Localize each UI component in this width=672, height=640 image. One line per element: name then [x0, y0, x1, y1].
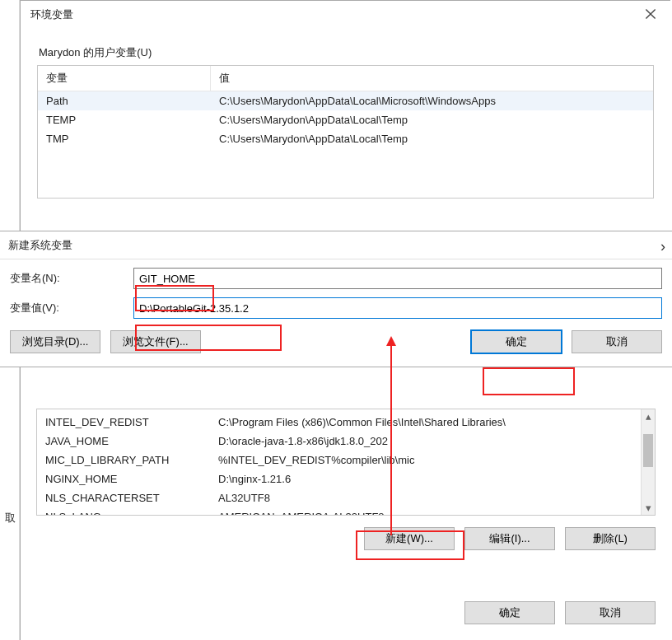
cell-var: NLS_CHARACTERSET	[45, 492, 218, 504]
cell-val: C:\Users\Marydon\AppData\Local\Temp	[219, 114, 645, 126]
col-variable[interactable]: 变量	[38, 66, 211, 91]
label-var-value: 变量值(V):	[10, 301, 133, 315]
env-titlebar: 环境变量	[21, 1, 670, 29]
cell-val: D:\oracle-java-1.8-x86\jdk1.8.0_202	[218, 435, 646, 447]
table-row[interactable]: TMPC:\Users\Marydon\AppData\Local\Temp	[38, 129, 653, 148]
cell-var: Path	[46, 95, 219, 107]
new-button[interactable]: 新建(W)...	[364, 527, 455, 550]
scroll-up-icon[interactable]: ▴	[642, 409, 655, 423]
dialog-footer: 确定 取消	[464, 601, 656, 624]
close-button[interactable]	[632, 1, 669, 27]
browse-file-button[interactable]: 浏览文件(F)...	[110, 330, 201, 353]
browse-dir-button[interactable]: 浏览目录(D)...	[10, 330, 100, 353]
table-row[interactable]: JAVA_HOMED:\oracle-java-1.8-x86\jdk1.8.0…	[37, 432, 655, 451]
edit-button[interactable]: 编辑(I)...	[464, 527, 555, 550]
col-value[interactable]: 值	[211, 66, 653, 91]
cell-val: C:\Program Files (x86)\Common Files\Inte…	[218, 416, 646, 428]
table-header: 变量 值	[38, 66, 653, 91]
table-row[interactable]: MIC_LD_LIBRARY_PATH%INTEL_DEV_REDIST%com…	[37, 451, 655, 469]
delete-button[interactable]: 删除(L)	[565, 527, 656, 550]
cell-val: AMERICAN_AMERICA.AL32UTF8	[218, 511, 646, 516]
new-sysvar-dialog: 新建系统变量 › 变量名(N): 变量值(V): 浏览目录(D)... 浏览文件…	[0, 231, 672, 367]
table-row[interactable]: PathC:\Users\Marydon\AppData\Local\Micro…	[38, 91, 653, 110]
cell-var: NGINX_HOME	[45, 473, 218, 485]
cell-val: C:\Users\Marydon\AppData\Local\Temp	[219, 133, 645, 145]
main-ok-button[interactable]: 确定	[464, 601, 555, 624]
table-row[interactable]: INTEL_DEV_REDISTC:\Program Files (x86)\C…	[37, 413, 655, 432]
cell-var: TMP	[46, 133, 219, 145]
cancel-button[interactable]: 取消	[572, 330, 662, 353]
table-row[interactable]: NLS_CHARACTERSETAL32UTF8	[37, 488, 655, 507]
dialog-titlebar: 新建系统变量 ›	[0, 231, 672, 259]
truncated-text: 取	[5, 511, 16, 526]
cell-val: AL32UTF8	[218, 492, 646, 504]
cell-var: TEMP	[46, 114, 219, 126]
cell-val: %INTEL_DEV_REDIST%compiler\lib\mic	[218, 454, 646, 466]
input-var-name[interactable]	[133, 268, 662, 289]
cell-var: NLS_LANG	[45, 511, 218, 516]
ok-button[interactable]: 确定	[471, 330, 562, 353]
label-var-name: 变量名(N):	[10, 271, 133, 286]
cell-val: C:\Users\Marydon\AppData\Local\Microsoft…	[219, 95, 645, 107]
close-icon	[645, 8, 656, 20]
table-row[interactable]: NGINX_HOMED:\nginx-1.21.6	[37, 469, 655, 488]
scrollbar[interactable]: ▴ ▾	[641, 409, 655, 515]
cell-var: JAVA_HOME	[45, 435, 218, 447]
scroll-thumb[interactable]	[643, 434, 653, 467]
table-row[interactable]: TEMPC:\Users\Marydon\AppData\Local\Temp	[38, 110, 653, 129]
cell-var: MIC_LD_LIBRARY_PATH	[45, 454, 218, 466]
env-title: 环境变量	[30, 7, 73, 22]
cell-val: D:\nginx-1.21.6	[218, 473, 646, 485]
scroll-down-icon[interactable]: ▾	[642, 501, 655, 515]
main-cancel-button[interactable]: 取消	[565, 601, 656, 624]
input-var-value[interactable]	[133, 297, 662, 319]
user-vars-label: Marydon 的用户变量(U)	[39, 45, 654, 60]
dialog-title: 新建系统变量	[8, 238, 72, 253]
table-row[interactable]: NLS_LANGAMERICAN_AMERICA.AL32UTF8	[37, 507, 655, 516]
chevron-right-icon: ›	[660, 238, 665, 255]
user-vars-table[interactable]: 变量 值 PathC:\Users\Marydon\AppData\Local\…	[37, 65, 654, 199]
sys-vars-area: INTEL_DEV_REDISTC:\Program Files (x86)\C…	[36, 409, 656, 550]
sys-vars-table[interactable]: INTEL_DEV_REDISTC:\Program Files (x86)\C…	[36, 409, 656, 516]
cell-var: INTEL_DEV_REDIST	[45, 416, 218, 428]
